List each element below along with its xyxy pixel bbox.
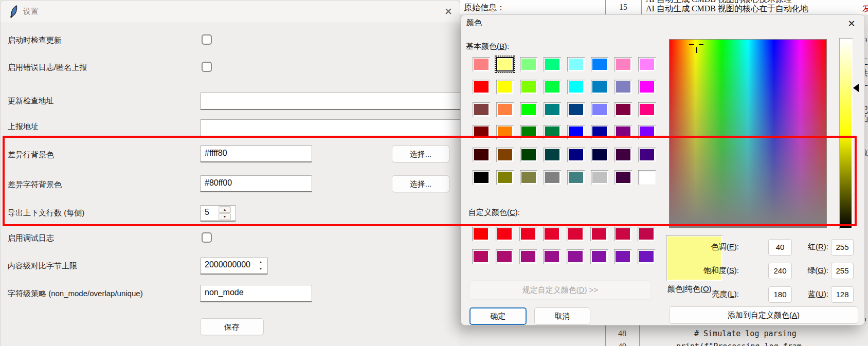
luminance-slider-arrow-icon[interactable] — [853, 84, 859, 92]
basic-color-swatch[interactable] — [544, 57, 561, 71]
basic-color-swatch[interactable] — [544, 102, 561, 117]
basic-color-swatch[interactable] — [614, 80, 632, 94]
basic-color-swatch[interactable] — [544, 80, 561, 94]
basic-color-swatch[interactable] — [567, 148, 585, 162]
spin-up-icon[interactable]: ▲ — [257, 259, 265, 265]
basic-color-swatch[interactable] — [567, 57, 585, 71]
error-log-checkbox[interactable] — [202, 62, 212, 72]
custom-colors-grid — [472, 227, 655, 264]
update-url-input[interactable] — [200, 93, 460, 110]
custom-color-swatch[interactable] — [496, 249, 513, 264]
custom-color-swatch[interactable] — [496, 227, 513, 241]
custom-color-swatch[interactable] — [590, 249, 608, 264]
basic-color-swatch[interactable] — [473, 80, 490, 94]
basic-color-swatch[interactable] — [638, 125, 656, 139]
basic-color-swatch[interactable] — [591, 170, 608, 185]
luminance-label: 亮度(L): — [677, 289, 739, 299]
diff-char-bg-pick-button[interactable]: 选择... — [392, 175, 449, 192]
basic-color-swatch[interactable] — [473, 148, 490, 162]
basic-color-swatch[interactable] — [614, 57, 632, 71]
red-input[interactable]: 255 — [831, 239, 854, 256]
custom-color-swatch[interactable] — [590, 227, 608, 241]
basic-color-swatch[interactable] — [614, 102, 632, 117]
settings-titlebar[interactable]: 设置 ✕ — [1, 1, 460, 23]
basic-color-swatch[interactable] — [520, 125, 537, 139]
basic-color-swatch[interactable] — [638, 57, 656, 71]
basic-color-swatch[interactable] — [520, 102, 537, 117]
diff-char-bg-label: 差异字符背景色 — [8, 180, 62, 190]
spin-down-icon[interactable]: ▼ — [257, 266, 265, 272]
debug-log-checkbox[interactable] — [202, 232, 212, 243]
diff-line-bg-pick-button[interactable]: 选择... — [392, 145, 449, 162]
basic-color-swatch[interactable] — [544, 148, 561, 162]
custom-color-swatch[interactable] — [543, 227, 560, 241]
diff-char-bg-input[interactable]: #80ff00 — [200, 175, 312, 192]
basic-color-swatch[interactable] — [520, 148, 537, 162]
basic-color-swatch[interactable] — [614, 125, 632, 139]
basic-color-swatch[interactable] — [520, 170, 537, 185]
basic-color-swatch[interactable] — [567, 80, 585, 94]
report-url-input[interactable] — [200, 119, 460, 137]
basic-color-swatch[interactable] — [591, 102, 608, 117]
green-input[interactable]: 255 — [831, 263, 854, 279]
custom-color-swatch[interactable] — [472, 249, 490, 264]
custom-color-swatch[interactable] — [519, 249, 537, 264]
basic-color-swatch[interactable] — [567, 170, 585, 185]
custom-color-swatch[interactable] — [567, 227, 584, 241]
basic-color-swatch[interactable] — [638, 170, 656, 185]
basic-color-swatch[interactable] — [638, 148, 656, 162]
basic-color-swatch[interactable] — [567, 125, 585, 139]
basic-color-swatch[interactable] — [473, 102, 490, 117]
basic-color-swatch[interactable] — [638, 80, 656, 94]
hue-saturation-picker[interactable] — [669, 39, 827, 228]
basic-color-swatch[interactable] — [496, 148, 514, 162]
basic-color-swatch[interactable] — [567, 102, 585, 117]
ok-button[interactable]: 确定 — [469, 307, 527, 325]
basic-color-swatch[interactable] — [591, 148, 608, 162]
basic-color-swatch[interactable] — [520, 57, 537, 71]
basic-color-swatch[interactable] — [638, 102, 656, 117]
custom-color-swatch[interactable] — [638, 227, 655, 241]
basic-color-swatch[interactable] — [496, 57, 514, 71]
basic-color-swatch[interactable] — [496, 102, 514, 117]
basic-color-swatch[interactable] — [473, 57, 490, 71]
luminance-bar[interactable] — [839, 38, 853, 229]
basic-color-swatch[interactable] — [591, 57, 608, 71]
spin-up-icon[interactable]: ▲ — [219, 206, 231, 213]
basic-color-swatch[interactable] — [591, 125, 608, 139]
spin-down-icon[interactable]: ▼ — [219, 213, 231, 220]
bg-line-number: 15 — [605, 3, 641, 12]
check-update-checkbox[interactable] — [202, 34, 212, 45]
basic-color-swatch[interactable] — [614, 170, 632, 185]
diff-line-bg-input[interactable]: #ffff80 — [200, 145, 312, 162]
hue-input[interactable]: 40 — [768, 239, 792, 256]
basic-color-swatch[interactable] — [544, 125, 561, 139]
blue-label: 蓝(U): — [793, 289, 828, 299]
basic-color-swatch[interactable] — [520, 80, 537, 94]
custom-color-swatch[interactable] — [567, 249, 584, 264]
blue-input[interactable]: 128 — [831, 286, 854, 303]
luminance-input[interactable]: 180 — [768, 286, 792, 303]
basic-color-swatch[interactable] — [473, 170, 490, 185]
add-to-custom-colors-button[interactable]: 添加到自定义颜色(A) — [669, 306, 858, 324]
char-strategy-input[interactable]: non_mode — [200, 285, 312, 302]
basic-color-swatch[interactable] — [614, 148, 632, 162]
basic-color-swatch[interactable] — [473, 125, 490, 139]
saturation-input[interactable]: 240 — [768, 263, 792, 279]
settings-close-icon[interactable]: ✕ — [442, 5, 455, 19]
cancel-button[interactable]: 取消 — [534, 307, 590, 325]
basic-color-swatch[interactable] — [496, 80, 514, 94]
custom-color-swatch[interactable] — [519, 227, 537, 241]
basic-color-swatch[interactable] — [591, 80, 608, 94]
color-dialog-close-icon[interactable]: ✕ — [845, 17, 858, 30]
basic-color-swatch[interactable] — [496, 170, 514, 185]
basic-color-swatch[interactable] — [496, 125, 514, 139]
custom-color-swatch[interactable] — [472, 227, 490, 241]
save-button[interactable]: 保存 — [200, 318, 264, 335]
custom-color-swatch[interactable] — [543, 249, 560, 264]
custom-color-swatch[interactable] — [614, 249, 631, 264]
basic-color-swatch[interactable] — [544, 170, 561, 185]
custom-color-swatch[interactable] — [614, 227, 631, 241]
custom-color-swatch[interactable] — [638, 249, 655, 264]
define-custom-colors-button[interactable]: 规定自定义颜色(D) >> — [469, 280, 651, 300]
